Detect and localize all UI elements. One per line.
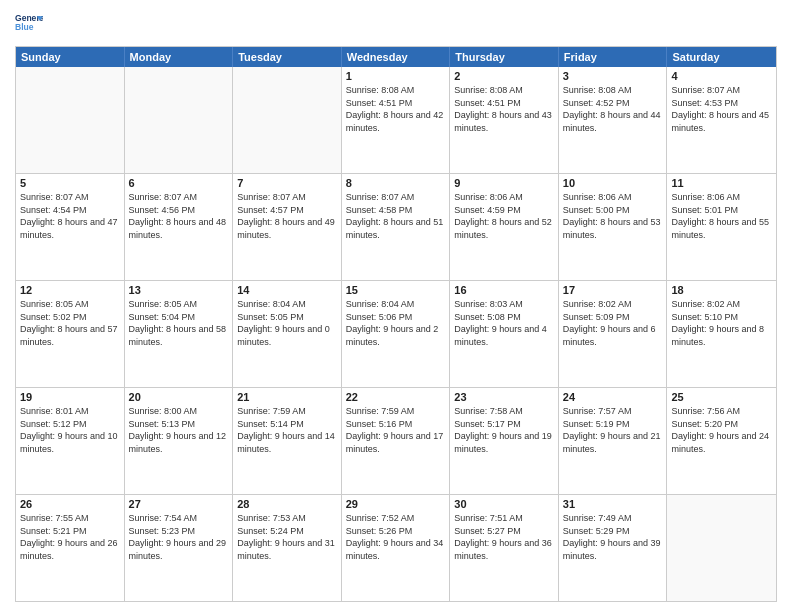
calendar-cell: 31Sunrise: 7:49 AM Sunset: 5:29 PM Dayli… [559,495,668,601]
calendar-header-cell: Monday [125,47,234,67]
calendar-cell: 10Sunrise: 8:06 AM Sunset: 5:00 PM Dayli… [559,174,668,280]
calendar-cell [667,495,776,601]
day-number: 3 [563,70,663,82]
day-info: Sunrise: 8:07 AM Sunset: 4:57 PM Dayligh… [237,191,337,241]
calendar-cell: 2Sunrise: 8:08 AM Sunset: 4:51 PM Daylig… [450,67,559,173]
calendar-header-cell: Tuesday [233,47,342,67]
day-info: Sunrise: 8:01 AM Sunset: 5:12 PM Dayligh… [20,405,120,455]
day-number: 5 [20,177,120,189]
day-number: 28 [237,498,337,510]
calendar-header-cell: Wednesday [342,47,451,67]
day-info: Sunrise: 7:53 AM Sunset: 5:24 PM Dayligh… [237,512,337,562]
calendar-cell: 5Sunrise: 8:07 AM Sunset: 4:54 PM Daylig… [16,174,125,280]
day-number: 27 [129,498,229,510]
calendar-cell: 8Sunrise: 8:07 AM Sunset: 4:58 PM Daylig… [342,174,451,280]
day-info: Sunrise: 8:08 AM Sunset: 4:52 PM Dayligh… [563,84,663,134]
day-info: Sunrise: 8:02 AM Sunset: 5:09 PM Dayligh… [563,298,663,348]
day-info: Sunrise: 7:58 AM Sunset: 5:17 PM Dayligh… [454,405,554,455]
day-info: Sunrise: 7:59 AM Sunset: 5:14 PM Dayligh… [237,405,337,455]
day-info: Sunrise: 8:07 AM Sunset: 4:53 PM Dayligh… [671,84,772,134]
day-number: 11 [671,177,772,189]
day-info: Sunrise: 8:07 AM Sunset: 4:58 PM Dayligh… [346,191,446,241]
day-info: Sunrise: 7:55 AM Sunset: 5:21 PM Dayligh… [20,512,120,562]
calendar-cell: 7Sunrise: 8:07 AM Sunset: 4:57 PM Daylig… [233,174,342,280]
calendar-cell: 15Sunrise: 8:04 AM Sunset: 5:06 PM Dayli… [342,281,451,387]
calendar-row: 19Sunrise: 8:01 AM Sunset: 5:12 PM Dayli… [16,387,776,494]
day-number: 1 [346,70,446,82]
day-info: Sunrise: 8:06 AM Sunset: 4:59 PM Dayligh… [454,191,554,241]
calendar-cell: 3Sunrise: 8:08 AM Sunset: 4:52 PM Daylig… [559,67,668,173]
day-info: Sunrise: 8:02 AM Sunset: 5:10 PM Dayligh… [671,298,772,348]
calendar-cell [233,67,342,173]
calendar-body: 1Sunrise: 8:08 AM Sunset: 4:51 PM Daylig… [16,67,776,601]
day-info: Sunrise: 8:05 AM Sunset: 5:04 PM Dayligh… [129,298,229,348]
calendar-cell: 17Sunrise: 8:02 AM Sunset: 5:09 PM Dayli… [559,281,668,387]
day-number: 23 [454,391,554,403]
day-number: 9 [454,177,554,189]
day-info: Sunrise: 7:52 AM Sunset: 5:26 PM Dayligh… [346,512,446,562]
day-info: Sunrise: 7:59 AM Sunset: 5:16 PM Dayligh… [346,405,446,455]
day-number: 7 [237,177,337,189]
day-number: 21 [237,391,337,403]
calendar-cell: 19Sunrise: 8:01 AM Sunset: 5:12 PM Dayli… [16,388,125,494]
day-info: Sunrise: 8:06 AM Sunset: 5:01 PM Dayligh… [671,191,772,241]
day-number: 24 [563,391,663,403]
day-info: Sunrise: 8:00 AM Sunset: 5:13 PM Dayligh… [129,405,229,455]
day-number: 10 [563,177,663,189]
calendar-header-cell: Saturday [667,47,776,67]
calendar-cell: 13Sunrise: 8:05 AM Sunset: 5:04 PM Dayli… [125,281,234,387]
calendar-cell: 27Sunrise: 7:54 AM Sunset: 5:23 PM Dayli… [125,495,234,601]
calendar-row: 5Sunrise: 8:07 AM Sunset: 4:54 PM Daylig… [16,173,776,280]
calendar-header: SundayMondayTuesdayWednesdayThursdayFrid… [16,47,776,67]
calendar-cell: 14Sunrise: 8:04 AM Sunset: 5:05 PM Dayli… [233,281,342,387]
calendar-row: 12Sunrise: 8:05 AM Sunset: 5:02 PM Dayli… [16,280,776,387]
day-info: Sunrise: 8:07 AM Sunset: 4:54 PM Dayligh… [20,191,120,241]
day-number: 19 [20,391,120,403]
day-number: 26 [20,498,120,510]
calendar-cell: 9Sunrise: 8:06 AM Sunset: 4:59 PM Daylig… [450,174,559,280]
day-number: 16 [454,284,554,296]
calendar-cell [16,67,125,173]
day-info: Sunrise: 7:57 AM Sunset: 5:19 PM Dayligh… [563,405,663,455]
calendar-row: 26Sunrise: 7:55 AM Sunset: 5:21 PM Dayli… [16,494,776,601]
day-number: 4 [671,70,772,82]
day-number: 14 [237,284,337,296]
calendar-cell: 20Sunrise: 8:00 AM Sunset: 5:13 PM Dayli… [125,388,234,494]
day-number: 2 [454,70,554,82]
day-number: 13 [129,284,229,296]
day-info: Sunrise: 8:07 AM Sunset: 4:56 PM Dayligh… [129,191,229,241]
calendar-header-cell: Sunday [16,47,125,67]
calendar-cell: 18Sunrise: 8:02 AM Sunset: 5:10 PM Dayli… [667,281,776,387]
calendar-cell: 23Sunrise: 7:58 AM Sunset: 5:17 PM Dayli… [450,388,559,494]
day-number: 31 [563,498,663,510]
logo: General Blue [15,10,47,38]
calendar-row: 1Sunrise: 8:08 AM Sunset: 4:51 PM Daylig… [16,67,776,173]
day-number: 29 [346,498,446,510]
calendar-cell: 4Sunrise: 8:07 AM Sunset: 4:53 PM Daylig… [667,67,776,173]
day-number: 15 [346,284,446,296]
day-number: 22 [346,391,446,403]
day-info: Sunrise: 7:56 AM Sunset: 5:20 PM Dayligh… [671,405,772,455]
calendar-header-cell: Friday [559,47,668,67]
calendar-cell [125,67,234,173]
calendar-cell: 29Sunrise: 7:52 AM Sunset: 5:26 PM Dayli… [342,495,451,601]
header: General Blue [15,10,777,38]
day-info: Sunrise: 7:49 AM Sunset: 5:29 PM Dayligh… [563,512,663,562]
day-info: Sunrise: 8:04 AM Sunset: 5:05 PM Dayligh… [237,298,337,348]
day-info: Sunrise: 8:03 AM Sunset: 5:08 PM Dayligh… [454,298,554,348]
day-info: Sunrise: 8:06 AM Sunset: 5:00 PM Dayligh… [563,191,663,241]
day-info: Sunrise: 7:51 AM Sunset: 5:27 PM Dayligh… [454,512,554,562]
calendar-header-cell: Thursday [450,47,559,67]
day-number: 18 [671,284,772,296]
day-info: Sunrise: 8:04 AM Sunset: 5:06 PM Dayligh… [346,298,446,348]
calendar-cell: 11Sunrise: 8:06 AM Sunset: 5:01 PM Dayli… [667,174,776,280]
day-number: 12 [20,284,120,296]
calendar: SundayMondayTuesdayWednesdayThursdayFrid… [15,46,777,602]
calendar-cell: 16Sunrise: 8:03 AM Sunset: 5:08 PM Dayli… [450,281,559,387]
day-number: 8 [346,177,446,189]
day-info: Sunrise: 8:05 AM Sunset: 5:02 PM Dayligh… [20,298,120,348]
calendar-cell: 21Sunrise: 7:59 AM Sunset: 5:14 PM Dayli… [233,388,342,494]
day-info: Sunrise: 8:08 AM Sunset: 4:51 PM Dayligh… [346,84,446,134]
day-number: 25 [671,391,772,403]
day-number: 30 [454,498,554,510]
